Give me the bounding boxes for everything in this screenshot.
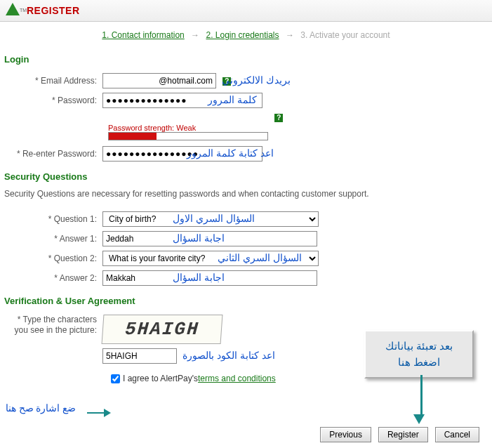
email-hint-overlay: بريدك الالكتروني bbox=[222, 74, 291, 86]
security-description: Security Questions are necessary for res… bbox=[0, 186, 492, 207]
register-button[interactable]: Register bbox=[378, 427, 428, 442]
repassword-input[interactable] bbox=[102, 146, 262, 162]
arrow-right-icon bbox=[87, 407, 111, 417]
captcha-input[interactable] bbox=[102, 348, 177, 364]
page-title: REGISTER bbox=[27, 5, 80, 16]
note-line2: اضغط هنا bbox=[370, 355, 468, 371]
annotation-note: بعد تعبئة بياناتك اضغط هنا bbox=[364, 330, 474, 378]
question1-label: * Question 1: bbox=[4, 214, 102, 224]
answer2-input[interactable] bbox=[102, 270, 317, 286]
question1-select[interactable]: City of birth? bbox=[102, 211, 319, 227]
logo-icon: TM bbox=[6, 3, 22, 18]
answer1-label: * Answer 1: bbox=[4, 234, 102, 244]
note-line1: بعد تعبئة بياناتك bbox=[370, 338, 468, 355]
captcha-image: 5HAIGH bbox=[102, 315, 223, 344]
captcha-hint-overlay: اعد كتابة الكود بالصورة bbox=[182, 350, 275, 361]
help-icon[interactable]: ? bbox=[222, 77, 231, 86]
section-verification-title: Verification & User Agreement bbox=[0, 290, 492, 310]
answer1-input[interactable] bbox=[102, 231, 317, 246]
repassword-label: * Re-enter Password: bbox=[4, 149, 102, 159]
step-contact-info[interactable]: 1. Contact information bbox=[102, 30, 184, 40]
agree-checkbox[interactable] bbox=[111, 374, 120, 383]
chevron-right-icon: → bbox=[286, 30, 294, 40]
step-activate-account: 3. Activate your account bbox=[300, 30, 390, 40]
question2-label: * Question 2: bbox=[4, 253, 102, 263]
help-icon[interactable]: ? bbox=[274, 114, 283, 122]
previous-button[interactable]: Previous bbox=[320, 427, 371, 442]
answer2-label: * Answer 2: bbox=[4, 273, 102, 283]
arrow-down-icon bbox=[418, 375, 425, 424]
section-login-title: Login bbox=[0, 48, 492, 69]
captcha-label: * Type the characters you see in the pic… bbox=[4, 315, 102, 336]
wizard-steps: 1. Contact information → 2. Login creden… bbox=[0, 22, 492, 48]
question2-select[interactable]: What is your favorite city? bbox=[102, 251, 319, 266]
button-bar: Previous Register Cancel bbox=[320, 427, 479, 442]
password-strength-bar bbox=[108, 132, 268, 140]
step-login-credentials[interactable]: 2. Login credentials bbox=[206, 30, 279, 40]
app-header: TM REGISTER bbox=[0, 0, 492, 22]
cancel-button[interactable]: Cancel bbox=[435, 427, 479, 442]
checkbox-annotation-text: ضع اشارة صح هنا bbox=[6, 402, 76, 414]
email-label: * Email Address: bbox=[4, 76, 102, 86]
chevron-right-icon: → bbox=[191, 30, 199, 40]
section-security-title: Security Questions bbox=[0, 166, 492, 186]
terms-link[interactable]: terms and conditions bbox=[198, 374, 276, 383]
email-input[interactable] bbox=[102, 73, 216, 88]
password-label: * Password: bbox=[4, 95, 102, 105]
password-strength-label: Password strength: Weak bbox=[108, 124, 488, 132]
password-input[interactable] bbox=[102, 93, 262, 108]
agree-text: I agree to AlertPay's bbox=[123, 374, 198, 383]
